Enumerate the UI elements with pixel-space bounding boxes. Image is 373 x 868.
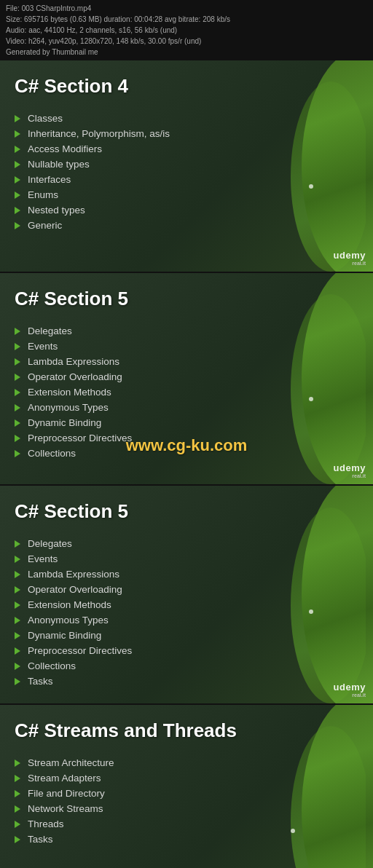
play-arrow-icon <box>15 192 20 199</box>
play-arrow-icon <box>15 419 20 427</box>
topic-item: Generic <box>15 218 355 233</box>
topic-item: Interfaces <box>15 172 355 187</box>
play-arrow-icon <box>15 207 20 214</box>
topic-item: Nested types <box>15 202 355 218</box>
section-title-section5b: C# Section 5 <box>15 500 355 523</box>
topic-label: Generic <box>28 220 62 231</box>
topic-list-section4: ClassesInheritance, Polymorphism, as/isA… <box>15 111 355 233</box>
udemy-logo: udemyreal.it <box>334 462 366 478</box>
topic-item: Collections <box>15 658 355 674</box>
play-arrow-icon <box>15 161 20 168</box>
play-arrow-icon <box>15 358 20 366</box>
topic-label: Inheritance, Polymorphism, as/is <box>28 128 170 139</box>
section-title-section5a: C# Section 5 <box>15 288 355 310</box>
topic-label: Threads <box>28 818 64 829</box>
play-arrow-icon <box>15 222 20 229</box>
topic-item: Collections <box>15 446 355 461</box>
play-arrow-icon <box>15 374 20 381</box>
topic-label: Network Streams <box>28 803 103 814</box>
topic-item: Tasks <box>15 832 355 847</box>
topic-item: Anonymous Types <box>15 400 355 415</box>
topic-label: Lambda Expressions <box>28 356 119 367</box>
slide-section5b: C# Section 5DelegatesEventsLambda Expres… <box>0 486 373 705</box>
play-arrow-icon <box>15 805 20 813</box>
topic-label: Preprocessor Directives <box>28 433 132 443</box>
topic-label: Operator Overloading <box>28 371 122 382</box>
topic-label: Events <box>28 553 58 564</box>
play-arrow-icon <box>15 450 20 457</box>
topic-label: Tasks <box>28 676 53 687</box>
topic-label: Enums <box>28 189 58 200</box>
topic-item: Preprocessor Directives <box>15 643 355 658</box>
topic-label: Operator Overloading <box>28 584 122 595</box>
play-arrow-icon <box>15 343 20 350</box>
topic-item: Enums <box>15 187 355 202</box>
play-arrow-icon <box>15 617 20 624</box>
topic-item: Lambda Expressions <box>15 354 355 369</box>
topic-item: Preprocessor Directives <box>15 430 355 446</box>
play-arrow-icon <box>15 601 20 609</box>
topic-label: Stream Adapters <box>28 773 101 784</box>
topic-label: Interfaces <box>28 174 71 185</box>
topic-item: Stream Architecture <box>15 755 355 770</box>
play-arrow-icon <box>15 663 20 670</box>
topic-item: Delegates <box>15 323 355 339</box>
topic-label: File and Directory <box>28 788 105 799</box>
topic-item: Extension Methods <box>15 597 355 612</box>
topic-list-section5a: DelegatesEventsLambda ExpressionsOperato… <box>15 323 355 461</box>
section-title-section4: C# Section 4 <box>15 75 355 98</box>
topic-label: Classes <box>28 113 63 124</box>
topic-label: Nullable types <box>28 159 90 170</box>
slide-section4: C# Section 4ClassesInheritance, Polymorp… <box>0 60 373 273</box>
udemy-logo: udemyreal.it <box>334 250 366 266</box>
topic-label: Preprocessor Directives <box>28 645 132 656</box>
play-arrow-icon <box>15 556 20 563</box>
play-arrow-icon <box>15 130 20 138</box>
topic-item: Threads <box>15 816 355 832</box>
topic-item: Dynamic Binding <box>15 415 355 430</box>
topic-label: Collections <box>28 660 76 671</box>
topic-item: Network Streams <box>15 801 355 816</box>
play-arrow-icon <box>15 146 20 153</box>
play-arrow-icon <box>15 389 20 396</box>
topic-label: Delegates <box>28 538 72 549</box>
topic-item: Operator Overloading <box>15 582 355 597</box>
topic-label: Dynamic Binding <box>28 630 101 641</box>
play-arrow-icon <box>15 115 20 122</box>
play-arrow-icon <box>15 647 20 655</box>
topic-item: Events <box>15 339 355 354</box>
topic-item: Events <box>15 551 355 567</box>
play-arrow-icon <box>15 632 20 639</box>
topic-label: Stream Architecture <box>28 757 114 768</box>
topic-item: Nullable types <box>15 157 355 172</box>
topic-label: Nested types <box>28 205 85 216</box>
play-arrow-icon <box>15 328 20 335</box>
topic-label: Extension Methods <box>28 599 111 610</box>
topic-label: Anonymous Types <box>28 402 109 413</box>
topic-item: Lambda Expressions <box>15 567 355 582</box>
topic-item: Dynamic Binding <box>15 628 355 643</box>
play-arrow-icon <box>15 404 20 411</box>
play-arrow-icon <box>15 586 20 593</box>
play-arrow-icon <box>15 760 20 767</box>
topic-item: Access Modifiers <box>15 141 355 157</box>
play-arrow-icon <box>15 571 20 578</box>
topic-label: Lambda Expressions <box>28 569 119 580</box>
topic-item: Classes <box>15 111 355 126</box>
topic-label: Delegates <box>28 326 72 336</box>
topic-label: Events <box>28 341 58 352</box>
play-arrow-icon <box>15 836 20 843</box>
topic-item: File and Directory <box>15 786 355 801</box>
topic-label: Collections <box>28 448 76 459</box>
meta-bar: File: 003 CSharpIntro.mp4 Size: 695716 b… <box>0 0 373 60</box>
play-arrow-icon <box>15 176 20 184</box>
topic-list-section5b: DelegatesEventsLambda ExpressionsOperato… <box>15 536 355 689</box>
play-arrow-icon <box>15 775 20 782</box>
play-arrow-icon <box>15 435 20 442</box>
udemy-logo: udemyreal.it <box>334 682 366 698</box>
topic-label: Extension Methods <box>28 387 111 398</box>
section-title-streams: C# Streams and Threads <box>15 719 355 742</box>
topic-item: Operator Overloading <box>15 369 355 384</box>
slide-streams: C# Streams and ThreadsStream Architectur… <box>0 705 373 868</box>
topic-item: Delegates <box>15 536 355 551</box>
